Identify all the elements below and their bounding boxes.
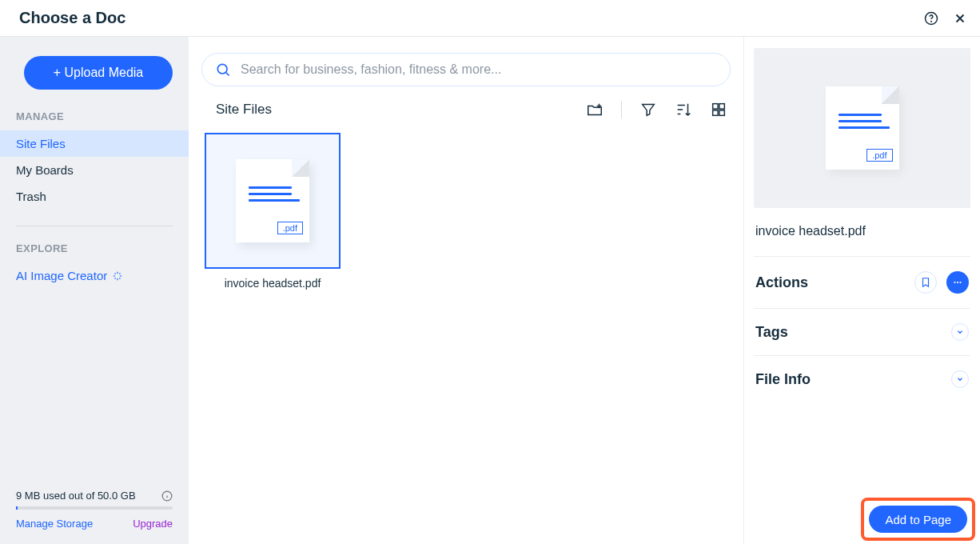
svg-rect-6 (713, 110, 718, 115)
toolbar: Site Files (201, 101, 731, 118)
svg-rect-5 (719, 104, 724, 109)
chevron-down-icon[interactable] (951, 323, 969, 341)
file-name-label: invoice headset.pdf (225, 277, 321, 290)
pdf-ext-badge: .pdf (277, 222, 303, 234)
search-input[interactable] (241, 62, 717, 77)
filter-icon[interactable] (639, 101, 657, 118)
sidebar-divider (16, 226, 173, 226)
manage-section-label: MANAGE (0, 110, 189, 122)
info-icon[interactable] (161, 490, 173, 502)
main-content: Site Files (189, 37, 743, 544)
add-to-page-highlight: Add to Page (861, 498, 975, 541)
explore-section-label: EXPLORE (0, 242, 189, 254)
sidebar-item-ai-image-creator[interactable]: AI Image Creator (0, 262, 189, 289)
preview-box: .pdf (754, 48, 970, 208)
svg-point-1 (931, 21, 932, 22)
file-info-title: File Info (755, 371, 811, 388)
svg-rect-7 (719, 110, 724, 115)
actions-section: Actions (754, 257, 970, 309)
sidebar-item-trash[interactable]: Trash (0, 183, 189, 210)
tags-section[interactable]: Tags (754, 309, 970, 356)
search-icon (215, 62, 231, 78)
header: Choose a Doc (0, 0, 980, 37)
close-icon[interactable] (953, 11, 967, 26)
preview-filename: invoice headset.pdf (754, 208, 970, 257)
actions-title: Actions (755, 274, 808, 291)
body: + Upload Media MANAGE Site Files My Boar… (0, 37, 980, 544)
manage-storage-link[interactable]: Manage Storage (16, 518, 93, 530)
sidebar-footer: 9 MB used out of 50.0 GB Manage Storage … (0, 490, 189, 534)
upload-media-button[interactable]: + Upload Media (24, 56, 173, 90)
file-thumbnail[interactable]: .pdf (205, 133, 341, 269)
svg-point-10 (959, 282, 961, 283)
more-actions-icon[interactable] (946, 271, 969, 294)
page-title: Choose a Doc (19, 9, 125, 27)
add-to-page-button[interactable]: Add to Page (869, 506, 967, 533)
pdf-doc-icon: .pdf (236, 159, 309, 242)
sidebar-item-site-files[interactable]: Site Files (0, 130, 189, 157)
grid-view-icon[interactable] (710, 101, 727, 118)
toolbar-separator (621, 101, 622, 118)
tags-title: Tags (755, 324, 788, 341)
file-info-section[interactable]: File Info (754, 356, 970, 402)
storage-progress-bar (16, 506, 173, 510)
svg-point-9 (957, 282, 958, 283)
sparkle-icon (112, 270, 123, 282)
help-icon[interactable] (924, 11, 938, 26)
svg-point-3 (217, 64, 227, 74)
file-grid: .pdf invoice headset.pdf (201, 133, 731, 290)
storage-row: 9 MB used out of 50.0 GB (16, 490, 173, 502)
toolbar-icons (586, 101, 727, 118)
svg-rect-4 (713, 104, 718, 109)
sort-icon[interactable] (675, 101, 692, 118)
sidebar: + Upload Media MANAGE Site Files My Boar… (0, 37, 189, 544)
sidebar-item-my-boards[interactable]: My Boards (0, 157, 189, 183)
file-card: .pdf invoice headset.pdf (205, 133, 341, 290)
chevron-down-icon[interactable] (951, 370, 969, 388)
new-folder-icon[interactable] (586, 101, 604, 118)
search-bar (201, 53, 731, 86)
details-panel: .pdf invoice headset.pdf Actions Tags Fi… (743, 37, 980, 544)
pdf-ext-badge: .pdf (866, 149, 892, 162)
pdf-doc-icon: .pdf (826, 86, 899, 170)
svg-point-8 (954, 282, 955, 283)
bookmark-icon[interactable] (914, 271, 937, 294)
breadcrumb: Site Files (216, 102, 272, 118)
upgrade-link[interactable]: Upgrade (133, 518, 173, 530)
storage-text: 9 MB used out of 50.0 GB (16, 490, 136, 502)
actions-icons (914, 271, 969, 294)
storage-links: Manage Storage Upgrade (16, 518, 173, 530)
ai-creator-label: AI Image Creator (16, 269, 107, 282)
header-actions (924, 11, 967, 26)
